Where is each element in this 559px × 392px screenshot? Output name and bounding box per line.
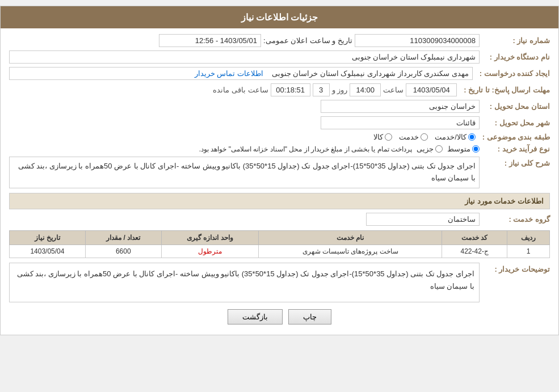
requester-contact-link[interactable]: اطلاعات تماس خریدار xyxy=(195,69,263,78)
delivery-province-label: استان محل تحویل : xyxy=(482,102,550,111)
category-khadamat-label: خدمت xyxy=(399,133,419,141)
category-kala-khadamat-radio[interactable] xyxy=(468,133,476,141)
cell-quantity: 6600 xyxy=(85,245,161,258)
delivery-province-row: استان محل تحویل : خراسان جنوبی xyxy=(9,100,550,113)
table-row: 1 ج-42-422 ساخت پروژه‌های تاسیسات شهری م… xyxy=(10,245,550,258)
category-label: طبقه بندی موضوعی : xyxy=(478,133,550,141)
need-number-row: شماره نیاز : 1103009034000008 تاریخ و سا… xyxy=(9,34,550,47)
requester-label: ایجاد کننده درخواست : xyxy=(475,69,550,78)
col-unit: واحد اندازه گیری xyxy=(161,230,258,245)
deadline-remaining: 00:18:51 xyxy=(271,83,310,96)
buyer-notes-row: توضیحات خریدار : اجرای جدول تک بتنی (جدا… xyxy=(9,263,550,302)
buyer-org-row: نام دستگاه خریدار : شهرداری نیمبلوک استا… xyxy=(9,50,550,64)
page-title: جزئیات اطلاعات نیاز xyxy=(241,12,318,22)
requester-name: مهدی سکندری کاربرداز شهرداری نیمبلوک است… xyxy=(272,69,469,78)
col-need-date: تاریخ نیاز xyxy=(10,230,86,245)
category-kala-label: کالا xyxy=(373,133,383,141)
process-type-options: متوسط جزیی پرداخت تمام یا بخشی از مبلغ خ… xyxy=(9,145,480,153)
delivery-city-value: قائنات xyxy=(321,116,480,129)
action-buttons: چاپ بازگشت xyxy=(9,309,550,324)
process-motavaset-label: متوسط xyxy=(447,145,470,153)
deadline-fields: 1403/05/04 ساعت 14:00 روز و 3 00:18:51 س… xyxy=(9,83,457,96)
cell-unit: مترطول xyxy=(161,245,258,258)
buyer-notes-label: توضیحات خریدار : xyxy=(482,263,550,273)
deadline-days: 3 xyxy=(313,83,330,96)
cell-need-date: 1403/05/04 xyxy=(10,245,86,258)
deadline-time-label: ساعت xyxy=(383,86,404,94)
deadline-time: 14:00 xyxy=(350,83,381,96)
buyer-notes-value: اجرای جدول تک بتنی (جداول 35*50*15)-اجرا… xyxy=(9,263,480,302)
col-service-code: کد خدمت xyxy=(442,230,507,245)
category-kala-khadamat-label: کالا/خدمت xyxy=(435,133,466,141)
cell-service-code: ج-42-422 xyxy=(442,245,507,258)
print-button[interactable]: چاپ xyxy=(288,309,331,324)
services-table: ردیف کد خدمت نام خدمت واحد اندازه گیری ت… xyxy=(9,230,550,258)
delivery-province-value: خراسان جنوبی xyxy=(321,100,480,113)
cell-row-num: 1 xyxy=(507,245,550,258)
process-type-row: نوع فرآیند خرید : متوسط جزیی پرداخت تمام… xyxy=(9,145,550,153)
need-description-label: شرح کلی نیاز : xyxy=(482,157,550,167)
category-options: کالا/خدمت خدمت کالا xyxy=(9,133,476,141)
need-number-label: شماره نیاز : xyxy=(482,36,550,45)
requester-value: مهدی سکندری کاربرداز شهرداری نیمبلوک است… xyxy=(9,67,473,80)
deadline-remaining-label: ساعت باقی مانده xyxy=(213,86,268,94)
service-group-label: گروه خدمت : xyxy=(482,215,550,224)
service-group-value: ساختمان xyxy=(366,213,480,226)
col-service-name: نام خدمت xyxy=(258,230,442,245)
announce-date-value: 1403/05/01 - 12:56 xyxy=(159,34,261,47)
process-motavaset-option[interactable]: متوسط xyxy=(447,145,480,153)
deadline-date: 1403/05/04 xyxy=(406,83,457,96)
process-jozi-option[interactable]: جزیی xyxy=(417,145,443,153)
services-table-section: ردیف کد خدمت نام خدمت واحد اندازه گیری ت… xyxy=(9,230,550,258)
back-button[interactable]: بازگشت xyxy=(228,309,283,324)
category-kala-khadamat-option[interactable]: کالا/خدمت xyxy=(435,133,476,141)
category-khadamat-option[interactable]: خدمت xyxy=(399,133,428,141)
service-group-row: گروه خدمت : ساختمان xyxy=(9,213,550,226)
category-kala-option[interactable]: کالا xyxy=(373,133,392,141)
need-description-row: شرح کلی نیاز : اجرای جدول تک بتنی (جداول… xyxy=(9,157,550,188)
process-jozi-radio[interactable] xyxy=(435,145,443,153)
service-info-header: اطلاعات خدمات مورد نیاز xyxy=(9,193,550,209)
buyer-org-label: نام دستگاه خریدار : xyxy=(482,53,550,61)
need-description-value: اجرای جدول تک بتنی (جداول 35*50*15)-اجرا… xyxy=(9,157,480,188)
deadline-row: مهلت ارسال پاسخ: تا تاریخ : 1403/05/04 س… xyxy=(9,83,550,96)
deadline-days-label: روز و xyxy=(332,86,348,94)
col-row-num: ردیف xyxy=(507,230,550,245)
process-jozi-label: جزیی xyxy=(417,145,434,153)
process-note: پرداخت تمام یا بخشی از مبلغ خریدار از مح… xyxy=(199,145,412,153)
col-quantity: تعداد / مقدار xyxy=(85,230,161,245)
delivery-city-label: شهر محل تحویل : xyxy=(482,119,550,127)
process-motavaset-radio[interactable] xyxy=(472,145,480,153)
page-header: جزئیات اطلاعات نیاز xyxy=(1,6,558,28)
category-kala-radio[interactable] xyxy=(385,133,392,141)
delivery-city-row: شهر محل تحویل : قائنات xyxy=(9,116,550,129)
category-row: طبقه بندی موضوعی : کالا/خدمت خدمت کالا xyxy=(9,133,550,141)
need-number-value: 1103009034000008 xyxy=(355,34,480,47)
announce-date-label: تاریخ و ساعت اعلان عمومی: xyxy=(263,36,352,45)
requester-row: ایجاد کننده درخواست : مهدی سکندری کاربرد… xyxy=(9,67,550,80)
buyer-org-value: شهرداری نیمبلوک استان خراسان جنوبی xyxy=(9,50,480,64)
deadline-label: مهلت ارسال پاسخ: تا تاریخ : xyxy=(459,86,550,94)
process-type-label: نوع فرآیند خرید : xyxy=(482,145,550,153)
category-khadamat-radio[interactable] xyxy=(421,133,428,141)
cell-service-name: ساخت پروژه‌های تاسیسات شهری xyxy=(258,245,442,258)
